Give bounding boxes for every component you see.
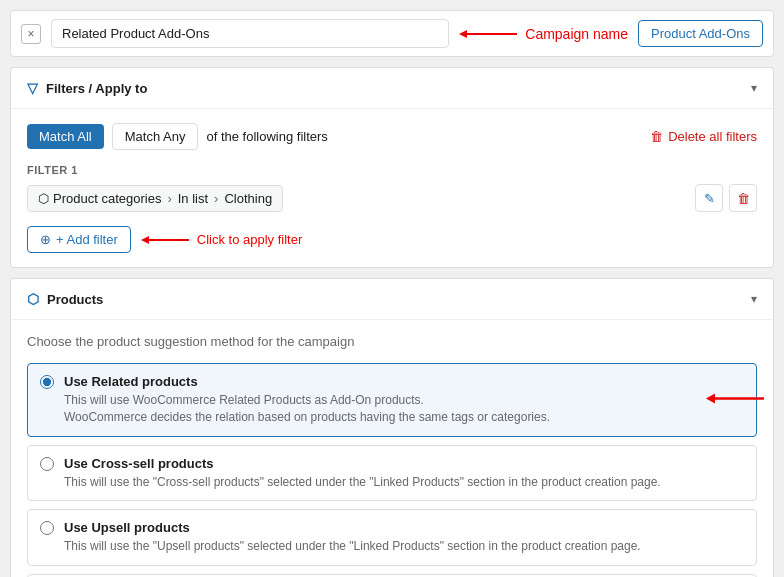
products-section: ⬡ Products ▾ Choose the product suggesti… [10,278,774,577]
filters-section-body: Match All Match Any of the following fil… [11,109,773,267]
campaign-name-input[interactable] [51,19,449,48]
close-button[interactable]: × [21,24,41,44]
add-filter-button[interactable]: ⊕ + Add filter [27,226,131,253]
radio-use-crosssell-input[interactable] [40,457,54,471]
filter-tag-sep1: › [167,191,171,206]
match-any-button[interactable]: Match Any [112,123,199,150]
products-annotation-arrow [706,388,766,411]
match-row: Match All Match Any of the following fil… [27,123,757,150]
edit-icon: ✎ [704,191,715,206]
products-section-title-group: ⬡ Products [27,291,103,307]
radio-use-related-input[interactable] [40,375,54,389]
radio-use-related-title: Use Related products [64,374,744,389]
radio-option-use-related[interactable]: Use Related products This will use WooCo… [27,363,757,437]
svg-marker-3 [141,236,149,244]
products-section-header[interactable]: ⬡ Products ▾ [11,279,773,320]
svg-marker-5 [706,393,715,403]
radio-use-upsell-input[interactable] [40,521,54,535]
delete-filter-button[interactable]: 🗑 [729,184,757,212]
campaign-name-label: Campaign name [525,26,628,42]
products-chevron-icon: ▾ [751,292,757,306]
radio-use-upsell-title: Use Upsell products [64,520,744,535]
trash-icon: 🗑 [737,191,750,206]
delete-icon: 🗑 [650,129,663,144]
page-wrapper: × Campaign name Product Add-Ons ▽ Filter… [0,0,784,577]
radio-use-related-content: Use Related products This will use WooCo… [64,374,744,426]
products-red-arrow [706,388,766,408]
filter-tag-part2: In list [178,191,208,206]
plus-circle-icon: ⊕ [40,232,51,247]
add-filter-row: ⊕ + Add filter Click to apply filter [27,226,757,253]
filter-tag-part1: Product categories [53,191,161,206]
delete-all-filters-button[interactable]: 🗑 Delete all filters [650,129,757,144]
filters-section-title: Filters / Apply to [46,81,147,96]
filter-icon: ▽ [27,80,38,96]
radio-use-crosssell-title: Use Cross-sell products [64,456,744,471]
close-icon: × [27,27,34,41]
add-filter-arrow [141,232,191,248]
filters-section-header[interactable]: ▽ Filters / Apply to ▾ [11,68,773,109]
top-bar-right: Product Add-Ons [638,20,763,47]
products-section-body: Choose the product suggestion method for… [11,320,773,577]
radio-option-use-upsell[interactable]: Use Upsell products This will use the "U… [27,509,757,566]
add-filter-annotation-text: Click to apply filter [197,232,302,247]
filters-section: ▽ Filters / Apply to ▾ Match All Match A… [10,67,774,268]
product-addons-button[interactable]: Product Add-Ons [638,20,763,47]
match-all-button[interactable]: Match All [27,124,104,149]
product-method-label: Choose the product suggestion method for… [27,334,757,349]
products-icon: ⬡ [27,291,39,307]
radio-use-crosssell-content: Use Cross-sell products This will use th… [64,456,744,491]
filter-tag-sep2: › [214,191,218,206]
filters-section-title-group: ▽ Filters / Apply to [27,80,147,96]
radio-option-use-crosssell[interactable]: Use Cross-sell products This will use th… [27,445,757,502]
filter-tag-part3: Clothing [224,191,272,206]
top-bar: × Campaign name Product Add-Ons [10,10,774,57]
add-filter-annotation: Click to apply filter [141,232,302,248]
filter-one-row: ⬡ Product categories › In list › Clothin… [27,184,757,212]
filter-tag-icon: ⬡ [38,191,49,206]
delete-all-label: Delete all filters [668,129,757,144]
svg-marker-1 [459,30,467,38]
radio-use-upsell-content: Use Upsell products This will use the "U… [64,520,744,555]
campaign-name-annotation: Campaign name [459,26,628,42]
of-following-filters-text: of the following filters [206,129,327,144]
filter-one-label: FILTER 1 [27,164,757,176]
add-filter-label: + Add filter [56,232,118,247]
filter-action-buttons: ✎ 🗑 [695,184,757,212]
filter-tag-group: ⬡ Product categories › In list › Clothin… [27,185,283,212]
radio-use-related-desc: This will use WooCommerce Related Produc… [64,392,744,426]
edit-filter-button[interactable]: ✎ [695,184,723,212]
products-section-title: Products [47,292,103,307]
radio-use-crosssell-desc: This will use the "Cross-sell products" … [64,474,744,491]
filters-chevron-icon: ▾ [751,81,757,95]
radio-use-upsell-desc: This will use the "Upsell products" sele… [64,538,744,555]
annotation-arrow-left [459,26,519,42]
